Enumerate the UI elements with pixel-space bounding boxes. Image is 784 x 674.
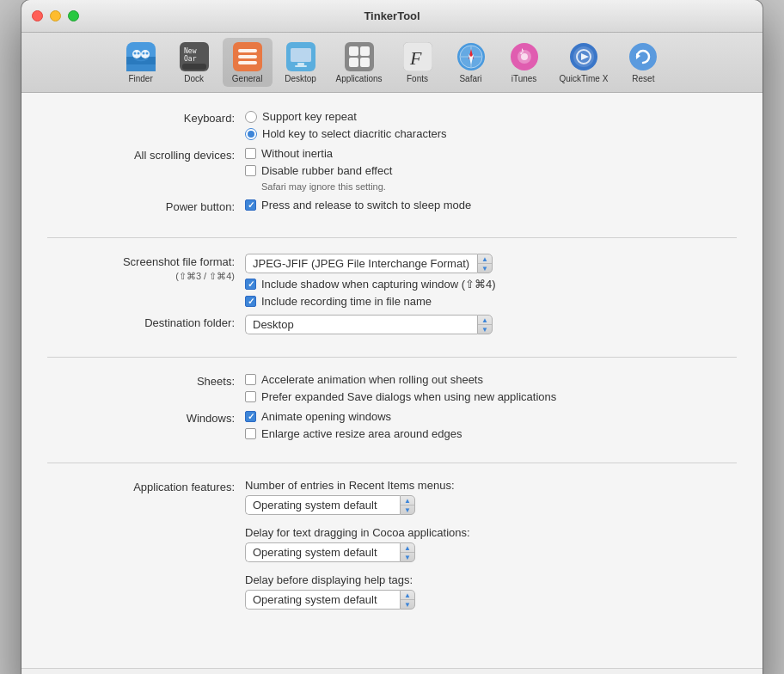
svg-rect-16 [238,61,257,64]
checkbox-animate-opening[interactable]: Animate opening windows [245,410,737,423]
dest-stepper-down[interactable]: ▼ [478,325,492,334]
close-button[interactable] [32,10,43,21]
svg-point-3 [132,50,141,58]
stepper-up[interactable]: ▲ [478,254,492,264]
svg-point-4 [141,50,150,58]
power-label: Power button: [47,199,245,215]
scrolling-label: All scrolling devices: [47,147,245,163]
checkbox-rubber-band[interactable]: Disable rubber band effect [245,164,737,177]
svg-rect-15 [238,55,257,58]
dest-stepper-up[interactable]: ▲ [478,316,492,325]
minimize-button[interactable] [50,10,61,21]
enlarge-resize-label: Enlarge active resize area around edges [261,427,462,440]
destination-controls: Desktop ▲ ▼ [245,315,737,334]
app-features-controls: Number of entries in Recent Items menus:… [245,479,737,613]
sheets-label: Sheets: [47,373,245,389]
general-icon [232,41,263,72]
recent-items-value[interactable]: Operating system default [245,495,400,515]
toolbar-item-itunes[interactable]: ♪ iTunes [499,38,549,87]
destination-label: Destination folder: [47,315,245,331]
checkbox-include-shadow[interactable]: Include shadow when capturing window (⇧⌘… [245,278,737,291]
svg-rect-14 [238,49,257,52]
checkbox-rubber [245,165,256,176]
recent-stepper-down[interactable]: ▼ [401,506,414,514]
svg-rect-26 [360,58,370,67]
help-tags-value[interactable]: Operating system default [245,590,400,610]
radio-support-key-repeat[interactable]: Support key repeat [245,110,737,123]
checkbox-sleep [245,199,256,211]
toolbar-item-fonts[interactable]: F Fonts [393,38,443,87]
windows-controls: Animate opening windows Enlarge active r… [245,410,737,440]
text-dragging-group: Delay for text dragging in Cocoa applica… [245,526,737,562]
toolbar-item-general[interactable]: General [223,38,273,87]
text-drag-stepper-up[interactable]: ▲ [401,543,414,553]
checkbox-inertia [245,148,256,159]
screenshot-row: Screenshot file format: (⇧⌘3 / ⇧⌘4) JPEG… [47,254,737,308]
section-screenshot: Screenshot file format: (⇧⌘3 / ⇧⌘4) JPEG… [47,254,737,358]
animate-opening-label: Animate opening windows [261,410,391,423]
quicktime-label: QuickTime X [560,74,609,83]
svg-point-6 [137,52,139,55]
recent-stepper-up[interactable]: ▲ [401,496,414,506]
svg-text:F: F [409,47,422,69]
section-sheets: Sheets: Accelerate animation when rollin… [47,373,737,463]
checkbox-without-inertia[interactable]: Without inertia [245,147,737,160]
checkbox-accelerate[interactable]: Accelerate animation when rolling out sh… [245,373,737,386]
checkbox-recording-time[interactable]: Include recording time in file name [245,295,737,308]
svg-text:New: New [184,47,197,55]
maximize-button[interactable] [68,10,79,21]
title-bar: TinkerTool [21,0,763,33]
destination-value[interactable]: Desktop [245,315,477,334]
finder-label: Finder [128,74,152,83]
destination-stepper: ▲ ▼ [477,315,493,334]
sheets-row: Sheets: Accelerate animation when rollin… [47,373,737,403]
checkbox-prefer-expanded[interactable]: Prefer expanded Save dialogs when using … [245,390,737,403]
radio-label-support-key: Support key repeat [262,110,357,123]
toolbar-item-reset[interactable]: Reset [618,38,668,87]
itunes-icon: ♪ [509,41,540,72]
windows-label: Windows: [47,410,245,426]
scrolling-hint: Safari may ignore this setting. [261,181,737,192]
checkbox-enlarge-resize[interactable]: Enlarge active resize area around edges [245,427,737,440]
sleep-label: Press and release to switch to sleep mod… [261,199,471,211]
finder-icon [126,41,156,72]
recording-label: Include recording time in file name [261,295,432,308]
inertia-label: Without inertia [261,147,333,160]
keyboard-label: Keyboard: [47,110,245,126]
screenshot-format-value[interactable]: JPEG-JFIF (JPEG File Interchange Format) [245,254,477,273]
desktop-icon [285,41,316,72]
desktop-label: Desktop [285,74,316,83]
toolbar-item-applications[interactable]: Applications [329,38,389,87]
help-stepper-up[interactable]: ▲ [401,591,414,600]
toolbar-item-dock[interactable]: New Oar Dock [169,38,219,87]
destination-row: Destination folder: Desktop ▲ ▼ [47,315,737,334]
status-bar: Changes take effect the next time you lo… [21,668,763,674]
stepper-down[interactable]: ▼ [478,264,492,273]
svg-rect-23 [349,46,358,56]
toolbar-item-finder[interactable]: Finder [116,38,166,87]
itunes-label: iTunes [511,74,537,83]
radio-hold-key[interactable]: Hold key to select diacritic characters [245,127,737,140]
recent-items-label: Number of entries in Recent Items menus: [245,479,737,492]
scrolling-controls: Without inertia Disable rubber band effe… [245,147,737,192]
toolbar: Finder New Oar Dock [21,33,763,93]
rubber-label: Disable rubber band effect [261,164,392,177]
help-stepper-down[interactable]: ▼ [401,600,414,609]
applications-label: Applications [336,74,383,83]
checkbox-power-sleep[interactable]: Press and release to switch to sleep mod… [245,199,737,211]
toolbar-item-desktop[interactable]: Desktop [276,38,326,87]
accelerate-checkbox [245,374,256,385]
radio-label-hold-key: Hold key to select diacritic characters [262,127,447,140]
shadow-label: Include shadow when capturing window (⇧⌘… [261,278,496,291]
text-drag-stepper-down[interactable]: ▼ [401,553,414,561]
toolbar-item-safari[interactable]: Safari [446,38,496,87]
app-features-row: Application features: Number of entries … [47,479,737,613]
windows-row: Windows: Animate opening windows Enlarge… [47,410,737,440]
toolbar-item-quicktime[interactable]: QuickTime X [553,38,616,87]
svg-text:♪: ♪ [519,45,524,57]
screenshot-label: Screenshot file format: (⇧⌘3 / ⇧⌘4) [47,254,245,284]
recent-items-stepper: ▲ ▼ [400,495,415,515]
main-window: TinkerTool Finder [21,0,763,674]
text-dragging-value[interactable]: Operating system default [245,542,400,562]
screenshot-format-stepper: ▲ ▼ [477,254,493,273]
